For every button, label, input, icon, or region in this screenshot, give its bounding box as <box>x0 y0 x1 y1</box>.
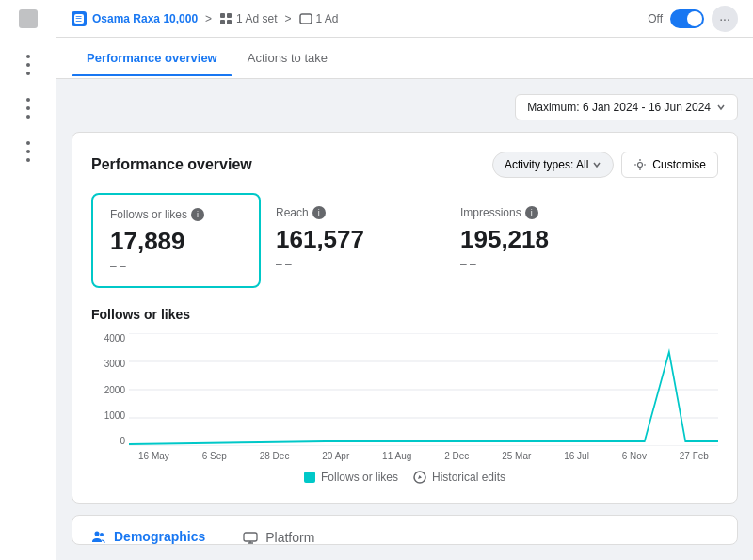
chart-legend: Follows or likes Historical edits <box>91 471 718 484</box>
chart-title: Follows or likes <box>91 307 718 322</box>
toggle-off-label: Off <box>648 12 663 25</box>
metric-value-impressions: 195,218 <box>460 225 613 254</box>
chart-svg <box>129 333 718 446</box>
x-label-may: 16 May <box>138 451 169 461</box>
metric-sub-impressions: – – <box>460 258 613 271</box>
x-label-dec2: 2 Dec <box>444 451 469 461</box>
card-controls: Activity types: All Customise <box>492 152 718 178</box>
customise-label: Customise <box>652 158 706 171</box>
y-label-3000: 3000 <box>91 359 125 369</box>
svg-text:☰: ☰ <box>75 15 82 24</box>
metric-value-reach: 161,577 <box>276 225 428 254</box>
chart-section: Follows or likes 4000 3000 2000 1000 0 <box>91 307 718 484</box>
metric-sub-reach: – – <box>276 258 428 271</box>
x-label-apr: 20 Apr <box>322 451 349 461</box>
card-title: Performance overview <box>91 156 252 173</box>
performance-overview-card: Performance overview Activity types: All… <box>72 132 738 504</box>
main-panel: ☰ Osama Raxa 10,000 > 1 Ad set > 1 Ad Of… <box>56 0 753 560</box>
breadcrumb-sep-2: > <box>284 12 291 25</box>
x-label-nov: 6 Nov <box>622 451 647 461</box>
campaign-name[interactable]: Osama Raxa 10,000 <box>92 12 198 25</box>
platform-tab-label: Platform <box>265 530 314 545</box>
demo-tabs: Demographics Platform <box>72 516 737 545</box>
metric-reach: Reach i 161,577 – – <box>276 193 445 288</box>
x-label-feb: 27 Feb <box>680 451 709 461</box>
x-label-mar: 25 Mar <box>502 451 531 461</box>
breadcrumb: ☰ Osama Raxa 10,000 > 1 Ad set > 1 Ad <box>72 11 339 26</box>
svg-point-14 <box>95 532 100 536</box>
sidebar-dots-3[interactable] <box>26 141 30 162</box>
metrics-row: Follows or likes i 17,889 – – Reach i 16… <box>91 193 718 288</box>
date-range-label: Maximum: 6 Jan 2024 - 16 Jun 2024 <box>527 101 711 114</box>
adset-breadcrumb: 1 Ad set <box>219 12 277 25</box>
tab-actions-to-take[interactable]: Actions to take <box>232 40 343 76</box>
legend-follows-label: Follows or likes <box>321 471 398 484</box>
x-label-sep: 6 Sep <box>202 451 227 461</box>
svg-point-7 <box>638 163 643 168</box>
metric-label-impressions: Impressions i <box>460 206 613 219</box>
activity-types-button[interactable]: Activity types: All <box>492 152 614 178</box>
breadcrumb-sep-1: > <box>205 12 212 25</box>
customise-button[interactable]: Customise <box>621 152 718 178</box>
y-axis-labels: 4000 3000 2000 1000 0 <box>91 333 125 446</box>
ad-breadcrumb: 1 Ad <box>299 12 339 25</box>
sidebar <box>0 0 56 560</box>
legend-follows-color <box>304 472 315 483</box>
legend-follows: Follows or likes <box>304 471 398 484</box>
edit-circle-icon <box>413 471 426 484</box>
legend-historical: Historical edits <box>413 471 505 484</box>
date-range-bar: Maximum: 6 Jan 2024 - 16 Jun 2024 <box>72 94 738 120</box>
y-label-0: 0 <box>91 436 125 446</box>
adset-label: 1 Ad set <box>236 12 277 25</box>
main-tabs: Performance overview Actions to take <box>56 38 753 79</box>
date-range-button[interactable]: Maximum: 6 Jan 2024 - 16 Jun 2024 <box>515 94 738 120</box>
meta-icon: ☰ <box>72 11 87 26</box>
x-label-aug: 11 Aug <box>382 451 411 461</box>
more-options-button[interactable]: ··· <box>712 6 738 32</box>
svg-rect-16 <box>244 533 257 541</box>
reach-info-icon[interactable]: i <box>312 206 326 219</box>
activity-types-label: Activity types: All <box>505 158 588 171</box>
sidebar-menu-icon[interactable] <box>19 9 38 28</box>
platform-tab-icon <box>243 530 258 545</box>
x-label-jul: 16 Jul <box>564 451 589 461</box>
demographics-card: Demographics Platform Age and gender dis… <box>72 515 738 545</box>
tab-performance-overview[interactable]: Performance overview <box>72 40 232 76</box>
chart-x-labels: 16 May 6 Sep 28 Dec 20 Apr 11 Aug 2 Dec … <box>129 451 718 461</box>
impressions-info-icon[interactable]: i <box>525 206 538 219</box>
metric-label-reach: Reach i <box>276 206 428 219</box>
demographics-tab-icon <box>91 529 106 544</box>
tab-platform[interactable]: Platform <box>224 516 333 545</box>
metric-label-follows: Follows or likes i <box>110 208 242 221</box>
y-label-1000: 1000 <box>91 410 125 421</box>
legend-historical-label: Historical edits <box>432 471 505 484</box>
svg-rect-3 <box>227 13 232 18</box>
metric-impressions: Impressions i 195,218 – – <box>460 193 630 288</box>
metric-value-follows: 17,889 <box>110 227 242 256</box>
sidebar-dots-1[interactable] <box>26 55 30 75</box>
metric-sub-follows: – – <box>110 260 242 273</box>
y-label-2000: 2000 <box>91 385 125 395</box>
svg-rect-6 <box>300 14 312 24</box>
topbar-right: Off ··· <box>648 6 738 32</box>
demographics-tab-label: Demographics <box>114 529 205 544</box>
sidebar-dots-2[interactable] <box>26 98 30 119</box>
svg-rect-2 <box>220 13 225 18</box>
tab-demographics[interactable]: Demographics <box>72 516 224 545</box>
x-label-dec: 28 Dec <box>260 451 290 461</box>
follows-info-icon[interactable]: i <box>191 208 204 221</box>
svg-rect-4 <box>220 20 225 24</box>
topbar: ☰ Osama Raxa 10,000 > 1 Ad set > 1 Ad Of… <box>56 0 753 38</box>
metric-follows-likes: Follows or likes i 17,889 – – <box>91 193 261 288</box>
svg-rect-5 <box>227 20 232 24</box>
campaign-toggle[interactable] <box>670 9 704 28</box>
ad-label: 1 Ad <box>316 12 339 25</box>
svg-point-15 <box>100 533 104 536</box>
card-header: Performance overview Activity types: All… <box>91 152 718 178</box>
y-label-4000: 4000 <box>91 333 125 344</box>
chart-container: 4000 3000 2000 1000 0 <box>91 333 718 461</box>
content-area: Maximum: 6 Jan 2024 - 16 Jun 2024 Perfor… <box>56 79 753 560</box>
